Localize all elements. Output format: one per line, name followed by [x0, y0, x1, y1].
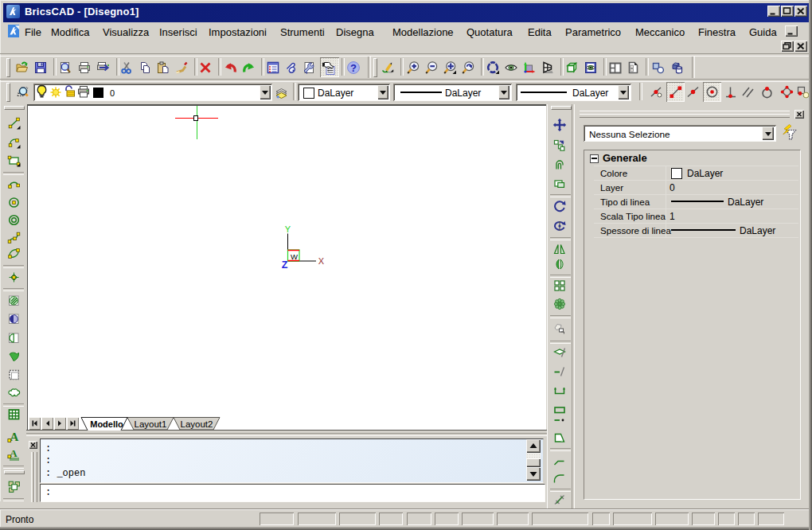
svg-text:W: W: [291, 252, 298, 261]
svg-text:?: ?: [350, 62, 357, 74]
svg-text:Y: Y: [285, 224, 291, 234]
svg-text:Modello: Modello: [90, 419, 123, 429]
svg-text:A: A: [10, 431, 19, 443]
svg-text:Layout2: Layout2: [181, 419, 213, 429]
svg-text:Z: Z: [282, 259, 288, 271]
svg-text:X: X: [318, 256, 325, 266]
svg-text:Layout1: Layout1: [135, 419, 167, 429]
